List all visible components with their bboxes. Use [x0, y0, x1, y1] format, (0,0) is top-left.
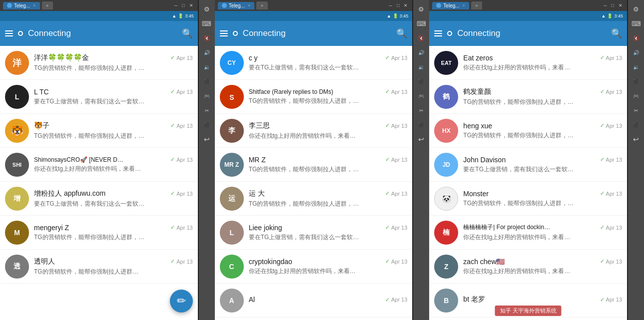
connecting-badge-2 — [233, 31, 238, 36]
tool-settings[interactable]: ⚙ — [200, 2, 214, 16]
chat-item-2-4[interactable]: 运 运 大 ✓Apr 13 TG的营销软件，能帮你强制拉人进群，… — [215, 182, 413, 216]
tool-screen-r[interactable]: ⬛ — [629, 74, 643, 88]
browser-controls-1: ─ □ ✕ — [173, 2, 195, 8]
chat-item-3-1[interactable]: 鹤 鹤发童颜 ✓Apr 13 TG的营销软件，能帮你强制拉人进群，… — [429, 80, 627, 114]
tool-mute-r[interactable]: 🔇 — [629, 31, 643, 45]
chat-item-1-0[interactable]: 洋 洋洋🍀🍀🍀🍀金 ✓ Apr 13 TG的营销软件，能帮你强制拉人进群，… — [0, 46, 198, 80]
search-button-2[interactable]: 🔍 — [396, 28, 407, 39]
tool-vol-up[interactable]: 🔊 — [200, 45, 214, 59]
right-toolbar: ⚙ ⌨ 🔇 🔊 🔉 ⬛ 🎮 ✂ ⬛ ↩ — [628, 0, 644, 320]
ctrl-minimize-2[interactable]: ─ — [388, 2, 394, 8]
chat-item-3-3[interactable]: JD John Davison ✓Apr 13 要在TG上做营销，需有我们这么一… — [429, 148, 627, 182]
tool-keyboard[interactable]: ⌨ — [200, 16, 214, 30]
avatar-3-0: EAT — [434, 51, 458, 75]
tab-close-2[interactable]: × — [248, 3, 250, 8]
browser-controls-3: ─ □ ✕ — [602, 2, 624, 8]
tool-vol-down-r[interactable]: 🔉 — [629, 60, 643, 74]
avatar-3-3: JD — [434, 153, 458, 177]
browser-bar-1: Teleg... × + ─ □ ✕ — [0, 0, 198, 11]
tool-cut-r[interactable]: ✂ — [629, 103, 643, 117]
chat-item-1-5[interactable]: M mengeryi Z ✓Apr 13 TG的营销软件，能帮你强制拉人进群，… — [0, 216, 198, 250]
chat-item-2-7[interactable]: A Al ✓Apr 13 — [215, 284, 413, 318]
tool-mute-2[interactable]: 🔇 — [414, 31, 428, 45]
tool-screen[interactable]: ⬛ — [200, 74, 214, 88]
avatar-3-4: 🐼 — [434, 187, 458, 211]
tool-back-r[interactable]: ↩ — [629, 132, 643, 146]
tool-screen-2[interactable]: ⬛ — [414, 74, 428, 88]
ctrl-maximize[interactable]: □ — [180, 2, 186, 8]
phone-panel-2: Teleg... × + ─ □ ✕ ▲🔋 3:45 C — [215, 0, 414, 320]
tool-black2-2[interactable]: ⬛ — [414, 118, 428, 132]
tab-close-1[interactable]: × — [33, 3, 35, 8]
header-title-1: Connecting — [28, 28, 177, 38]
chat-item-2-1[interactable]: S Shitface (Rarely replies to DMs) ✓Apr … — [215, 80, 413, 114]
chat-item-3-2[interactable]: HX heng xue ✓Apr 13 TG的营销软件，能帮你强制拉人进群，… — [429, 114, 627, 148]
compose-fab-1[interactable]: ✏ — [170, 290, 193, 313]
browser-tab-3b[interactable]: + — [471, 1, 482, 9]
chat-item-2-2[interactable]: 李 李三思 ✓Apr 13 你还在找tg上好用的营销软件吗，来看… — [215, 114, 413, 148]
ctrl-maximize-3[interactable]: □ — [610, 2, 616, 8]
tool-vol-up-r[interactable]: 🔊 — [629, 45, 643, 59]
tab-close-3[interactable]: × — [463, 3, 465, 8]
avatar-1-2: 🐯 — [5, 119, 29, 143]
chat-item-2-0[interactable]: CY c y ✓Apr 13 要在TG上做营销，需有我们这么一套软… — [215, 46, 413, 80]
tg-header-2: Connecting 🔍 — [215, 21, 413, 46]
ctrl-maximize-2[interactable]: □ — [395, 2, 401, 8]
menu-icon-2[interactable] — [220, 30, 228, 36]
menu-icon-3[interactable] — [434, 30, 442, 36]
tool-black2-r[interactable]: ⬛ — [629, 118, 643, 132]
preview-1-4: 要在TG上做营销，需有我们这么一套软… — [34, 200, 193, 208]
browser-tab-active-3[interactable]: Teleg... × — [432, 2, 469, 9]
ctrl-minimize-3[interactable]: ─ — [602, 2, 608, 8]
tool-back-2[interactable]: ↩ — [414, 132, 428, 146]
menu-icon-1[interactable] — [5, 30, 13, 36]
tab-plus[interactable]: + — [46, 2, 49, 8]
browser-tab-2b[interactable]: + — [256, 1, 267, 9]
ctrl-close-2[interactable]: ✕ — [402, 2, 409, 8]
ctrl-close-3[interactable]: ✕ — [617, 2, 624, 8]
avatar-3-1: 鹤 — [434, 85, 458, 109]
avatar-3-7: B — [434, 289, 458, 313]
header-title-2: Connecting — [243, 28, 392, 38]
tool-vol-down[interactable]: 🔉 — [200, 60, 214, 74]
browser-tab-2[interactable]: + — [42, 1, 53, 9]
chat-item-2-6[interactable]: C cryptokingdao ✓Apr 13 你还在找tg上好用的营销软件吗，… — [215, 250, 413, 284]
chat-info-1-2: 🐯子 ✓Apr 13 TG的营销软件，能帮你强制拉人进群，… — [34, 121, 193, 140]
tool-black2[interactable]: ⬛ — [200, 118, 214, 132]
chat-item-2-3[interactable]: MR Z MR Z ✓Apr 13 TG的营销软件，能帮你强制拉人进群，… — [215, 148, 413, 182]
browser-tab-active-1[interactable]: Teleg... × — [3, 2, 40, 9]
chat-item-3-6[interactable]: Z zach chew🇺🇸 ✓Apr 13 你还在找tg上好用的营销软件吗，来看… — [429, 250, 627, 284]
chat-item-1-2[interactable]: 🐯 🐯子 ✓Apr 13 TG的营销软件，能帮你强制拉人进群，… — [0, 114, 198, 148]
chat-item-1-1[interactable]: L L TC ✓Apr 13 要在TG上做营销，需有我们这么一套软… — [0, 80, 198, 114]
chat-item-3-5[interactable]: 楠 楠楠楠楠子| For project dockin… ✓Apr 13 你还在… — [429, 216, 627, 250]
tab-label-2: Teleg... — [229, 3, 245, 8]
chat-item-2-5[interactable]: L Liee joking ✓Apr 13 要在TG上做营销，需有我们这么一套软… — [215, 216, 413, 250]
tool-gamepad-2[interactable]: 🎮 — [414, 89, 428, 103]
tool-keyboard-r[interactable]: ⌨ — [629, 16, 643, 30]
search-button-3[interactable]: 🔍 — [611, 28, 622, 39]
avatar-3-2: HX — [434, 119, 458, 143]
tool-cut[interactable]: ✂ — [200, 103, 214, 117]
tool-mute[interactable]: 🔇 — [200, 31, 214, 45]
tool-keyboard-2[interactable]: ⌨ — [414, 16, 428, 30]
tool-gamepad[interactable]: 🎮 — [200, 89, 214, 103]
tool-cut-2[interactable]: ✂ — [414, 103, 428, 117]
ctrl-minimize[interactable]: ─ — [173, 2, 179, 8]
chat-item-3-4[interactable]: 🐼 Monster ✓Apr 13 TG的营销软件，能帮你强制拉人进群，… — [429, 182, 627, 216]
tool-vol-down-2[interactable]: 🔉 — [414, 60, 428, 74]
ctrl-close[interactable]: ✕ — [188, 2, 195, 8]
chat-item-1-4[interactable]: 增 增粉拉人 appfuwu.com ✓Apr 13 要在TG上做营销，需有我们… — [0, 182, 198, 216]
chat-item-3-0[interactable]: EAT Eat zeros ✓Apr 13 你还在找tg上好用的营销软件吗，来看… — [429, 46, 627, 80]
tool-settings-2[interactable]: ⚙ — [414, 2, 428, 16]
chat-item-1-3[interactable]: SHI ShimonsaysCRO🚀 [NEVER D… ✓Apr 13 你还在… — [0, 148, 198, 182]
tool-vol-up-2[interactable]: 🔊 — [414, 45, 428, 59]
search-button-1[interactable]: 🔍 — [182, 28, 193, 39]
avatar-3-5: 楠 — [434, 221, 458, 245]
tool-settings-r[interactable]: ⚙ — [629, 2, 643, 16]
tool-back[interactable]: ↩ — [200, 132, 214, 146]
chat-list-2: CY c y ✓Apr 13 要在TG上做营销，需有我们这么一套软… S Shi… — [215, 46, 413, 320]
browser-tab-active-2[interactable]: Teleg... × — [218, 2, 255, 9]
chat-name-1-2: 🐯子 — [34, 121, 49, 130]
chat-item-1-6[interactable]: 透 透明人 ✓Apr 13 TG的营销软件，能帮你强制拉人进群… — [0, 250, 198, 284]
tool-gamepad-r[interactable]: 🎮 — [629, 89, 643, 103]
